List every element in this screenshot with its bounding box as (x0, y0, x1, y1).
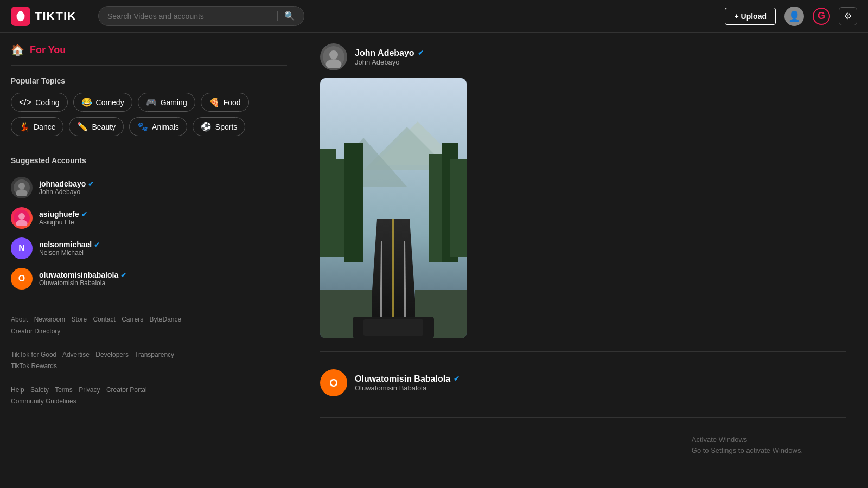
divider-1 (11, 147, 287, 147)
footer-carrers[interactable]: Carrers (122, 316, 143, 323)
account-avatar-john (11, 177, 33, 198)
coding-icon: </> (19, 98, 31, 107)
footer-creator-portal[interactable]: Creator Portal (106, 386, 147, 394)
account-display-asi: Asiughu Efe (39, 219, 287, 226)
svg-rect-15 (344, 143, 363, 262)
for-you-nav[interactable]: 🏠 For You (11, 43, 287, 66)
post-display-2: Oluwatomisin Babalola (355, 384, 459, 392)
footer-contact[interactable]: Contact (93, 316, 115, 323)
topic-sports[interactable]: ⚽ Sports (193, 117, 245, 136)
dance-icon: 💃 (19, 121, 30, 132)
footer-bytedance[interactable]: ByteDance (150, 316, 182, 323)
account-asiughuefe[interactable]: asiughuefe ✔ Asiughu Efe (11, 203, 287, 233)
post-avatar-olu[interactable]: O (320, 369, 347, 396)
account-nelsonmichael[interactable]: N nelsonmichael ✔ Nelson Michael (11, 233, 287, 264)
topic-animals[interactable]: 🐾 Animals (129, 117, 187, 136)
verified-icon-olu: ✔ (120, 271, 126, 279)
settings-button[interactable]: ⚙ (839, 7, 857, 25)
logo-text: TIKTIK (35, 9, 76, 23)
topics-grid: </> Coding 😂 Comedy 🎮 Gaming 🍕 Food 💃 Da… (11, 93, 287, 136)
footer-privacy[interactable]: Privacy (79, 386, 100, 394)
footer-store[interactable]: Store (71, 316, 87, 323)
topic-gaming[interactable]: 🎮 Gaming (138, 93, 195, 112)
avatar[interactable]: 👤 (784, 7, 804, 26)
logo[interactable]: TIKTIK (11, 7, 76, 26)
footer-help[interactable]: Help (11, 386, 24, 394)
footer-row-2: Creator Directory (11, 326, 287, 338)
svg-rect-18 (450, 159, 467, 257)
suggested-accounts: Suggested Accounts johnadebayo ✔ John Ad… (11, 156, 287, 294)
content-area: John Adebayo ✔ John Adebayo (298, 33, 868, 488)
header-actions: + Upload 👤 G ⚙ (725, 7, 857, 26)
search-icon[interactable]: 🔍 (284, 11, 295, 21)
footer-row-5: Help Safety Terms Privacy Creator Portal (11, 384, 287, 396)
food-icon: 🍕 (209, 97, 220, 107)
footer-tiktok-good[interactable]: TikTok for Good (11, 351, 56, 358)
topic-comedy-label: Comedy (96, 98, 124, 107)
account-info-asi: asiughuefe ✔ Asiughu Efe (39, 210, 287, 226)
account-username-asi: asiughuefe ✔ (39, 210, 287, 219)
account-display-john: John Adebayo (39, 188, 287, 196)
footer-row-4: TikTok Rewards (11, 361, 287, 373)
sports-icon: ⚽ (201, 121, 212, 132)
account-avatar-nelson: N (11, 237, 33, 259)
upload-button[interactable]: + Upload (725, 8, 776, 25)
header: TIKTIK 🔍 + Upload 👤 G ⚙ (0, 0, 868, 33)
svg-rect-26 (363, 319, 423, 336)
post-header-2: O Oluwatomisin Babalola ✔ Oluwatomisin B… (320, 369, 846, 396)
topic-animals-label: Animals (152, 123, 179, 131)
footer-creator-directory[interactable]: Creator Directory (11, 328, 60, 335)
footer-advertise[interactable]: Advertise (62, 351, 90, 358)
post-verified-1: ✔ (418, 49, 424, 57)
post-verified-2: ✔ (454, 375, 459, 383)
account-display-nelson: Nelson Michael (39, 249, 287, 256)
footer-newsroom[interactable]: Newsroom (34, 316, 65, 323)
topic-beauty[interactable]: ✏️ Beauty (69, 117, 124, 136)
footer-terms[interactable]: Terms (55, 386, 73, 394)
for-you-label: For You (30, 44, 66, 56)
home-icon: 🏠 (11, 43, 24, 56)
account-info-nelson: nelsonmichael ✔ Nelson Michael (39, 240, 287, 256)
footer-about[interactable]: About (11, 316, 28, 323)
g-icon[interactable]: G (813, 8, 830, 25)
search-bar[interactable]: 🔍 (98, 6, 304, 26)
search-input[interactable] (107, 12, 271, 21)
verified-icon-asi: ✔ (81, 210, 87, 219)
account-username-nelson: nelsonmichael ✔ (39, 240, 287, 249)
footer-safety[interactable]: Safety (30, 386, 49, 394)
animals-icon: 🐾 (137, 121, 148, 132)
footer-links: About Newsroom Store Contact Carrers Byt… (11, 314, 287, 408)
topic-comedy[interactable]: 😂 Comedy (73, 93, 132, 112)
footer-transparency[interactable]: Transparency (135, 351, 174, 358)
divider-2 (11, 303, 287, 303)
popular-topics-title: Popular Topics (11, 76, 287, 85)
account-username-olu: oluwatomisinbabalola ✔ (39, 271, 287, 279)
topic-coding[interactable]: </> Coding (11, 93, 68, 112)
topic-dance[interactable]: 💃 Dance (11, 117, 63, 136)
topic-sports-label: Sports (215, 123, 237, 131)
footer-tiktok-rewards[interactable]: TikTok Rewards (11, 362, 57, 370)
suggested-accounts-title: Suggested Accounts (11, 156, 287, 165)
topic-food-label: Food (224, 98, 241, 107)
account-oluwatomisin[interactable]: O oluwatomisinbabalola ✔ Oluwatomisin Ba… (11, 264, 287, 294)
topic-food[interactable]: 🍕 Food (201, 93, 249, 112)
post-username-1: John Adebayo ✔ (355, 48, 424, 58)
post-username-2: Oluwatomisin Babalola ✔ (355, 374, 459, 384)
beauty-icon: ✏️ (77, 121, 88, 132)
video-thumbnail-1[interactable] (320, 78, 467, 338)
svg-point-7 (329, 50, 338, 59)
post-card-1: John Adebayo ✔ John Adebayo (320, 43, 846, 352)
account-display-olu: Oluwatomisin Babalola (39, 279, 287, 287)
gaming-icon: 🎮 (146, 97, 157, 107)
footer-developers[interactable]: Developers (95, 351, 129, 358)
account-info-john: johnadebayo ✔ John Adebayo (39, 179, 287, 196)
verified-icon-nelson: ✔ (94, 241, 100, 249)
main-layout: 🏠 For You Popular Topics </> Coding 😂 Co… (0, 33, 868, 488)
post-avatar-john[interactable] (320, 43, 347, 70)
topic-beauty-label: Beauty (92, 123, 116, 131)
footer-community[interactable]: Community Guidelines (11, 397, 76, 405)
account-johnadebayo[interactable]: johnadebayo ✔ John Adebayo (11, 172, 287, 203)
post-user-info-2: Oluwatomisin Babalola ✔ Oluwatomisin Bab… (355, 374, 459, 392)
comedy-icon: 😂 (81, 97, 92, 107)
post-card-2: O Oluwatomisin Babalola ✔ Oluwatomisin B… (320, 369, 846, 418)
